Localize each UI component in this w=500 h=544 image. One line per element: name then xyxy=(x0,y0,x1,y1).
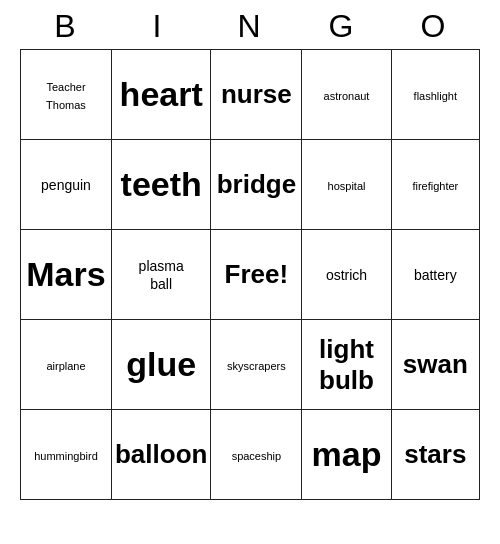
grid-cell: lightbulb xyxy=(302,320,391,410)
cell-text: penguin xyxy=(41,177,91,193)
grid-cell: penguin xyxy=(21,140,112,230)
cell-text: heart xyxy=(120,75,203,113)
grid-cell: plasmaball xyxy=(111,230,210,320)
grid-cell: spaceship xyxy=(211,410,302,500)
grid-cell: nurse xyxy=(211,50,302,140)
table-row: MarsplasmaballFree!ostrichbattery xyxy=(21,230,480,320)
cell-text: Free! xyxy=(225,259,289,289)
grid-cell: swan xyxy=(391,320,479,410)
cell-text: firefighter xyxy=(412,180,458,192)
header-letter: B xyxy=(20,8,112,45)
cell-text: Mars xyxy=(26,255,105,293)
bingo-header: BINGO xyxy=(20,8,480,45)
cell-text: stars xyxy=(404,439,466,469)
grid-cell: Mars xyxy=(21,230,112,320)
header-letter: N xyxy=(204,8,296,45)
cell-text: flashlight xyxy=(414,90,457,102)
grid-cell: ostrich xyxy=(302,230,391,320)
cell-text: teeth xyxy=(121,165,202,203)
cell-text: glue xyxy=(126,345,196,383)
grid-cell: stars xyxy=(391,410,479,500)
grid-cell: skyscrapers xyxy=(211,320,302,410)
header-letter: G xyxy=(296,8,388,45)
grid-cell: heart xyxy=(111,50,210,140)
cell-text: plasmaball xyxy=(139,258,184,292)
cell-text: battery xyxy=(414,267,457,283)
cell-text: ostrich xyxy=(326,267,367,283)
cell-text: astronaut xyxy=(324,90,370,102)
cell-text: airplane xyxy=(46,360,85,372)
grid-cell: hummingbird xyxy=(21,410,112,500)
cell-text: spaceship xyxy=(232,450,282,462)
header-letter: I xyxy=(112,8,204,45)
grid-cell: battery xyxy=(391,230,479,320)
bingo-grid: TeacherThomasheartnurseastronautflashlig… xyxy=(20,49,480,500)
grid-cell: glue xyxy=(111,320,210,410)
cell-text: bridge xyxy=(217,169,296,199)
header-letter: O xyxy=(388,8,480,45)
table-row: hummingbirdballoonspaceshipmapstars xyxy=(21,410,480,500)
table-row: airplaneglueskyscraperslightbulbswan xyxy=(21,320,480,410)
cell-text: TeacherThomas xyxy=(46,81,86,111)
cell-text: swan xyxy=(403,349,468,379)
grid-cell: TeacherThomas xyxy=(21,50,112,140)
cell-text: nurse xyxy=(221,79,292,109)
grid-cell: firefighter xyxy=(391,140,479,230)
grid-cell: airplane xyxy=(21,320,112,410)
cell-text: skyscrapers xyxy=(227,360,286,372)
grid-cell: flashlight xyxy=(391,50,479,140)
cell-text: hummingbird xyxy=(34,450,98,462)
grid-cell: Free! xyxy=(211,230,302,320)
cell-text: balloon xyxy=(115,439,207,469)
table-row: penguinteethbridgehospitalfirefighter xyxy=(21,140,480,230)
cell-text: lightbulb xyxy=(319,334,374,395)
grid-cell: map xyxy=(302,410,391,500)
cell-text: map xyxy=(312,435,382,473)
table-row: TeacherThomasheartnurseastronautflashlig… xyxy=(21,50,480,140)
grid-cell: hospital xyxy=(302,140,391,230)
grid-cell: teeth xyxy=(111,140,210,230)
grid-cell: bridge xyxy=(211,140,302,230)
cell-text: hospital xyxy=(328,180,366,192)
grid-cell: balloon xyxy=(111,410,210,500)
grid-cell: astronaut xyxy=(302,50,391,140)
